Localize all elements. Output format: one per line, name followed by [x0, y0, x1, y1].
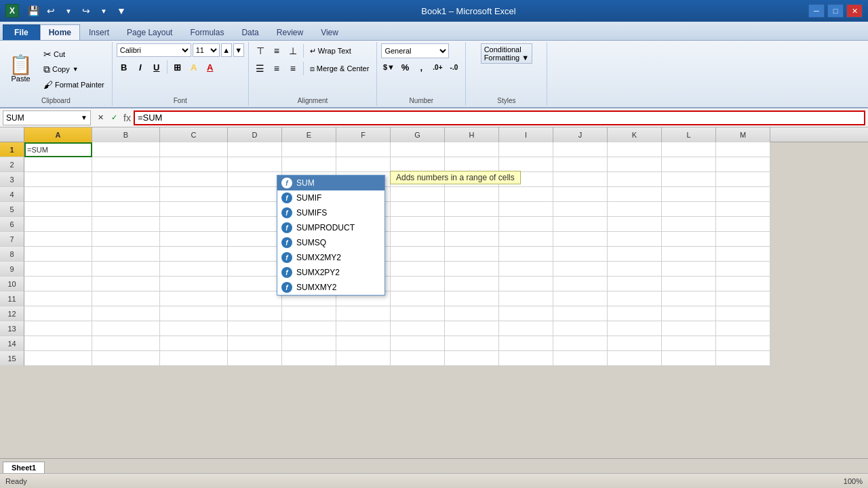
cell-J1[interactable]: [553, 142, 608, 157]
wrap-text-button[interactable]: ↵ Wrap Text: [307, 45, 355, 57]
tab-formulas[interactable]: Formulas: [181, 24, 233, 40]
col-header-G[interactable]: G: [391, 127, 445, 142]
tab-review[interactable]: Review: [268, 24, 312, 40]
maximize-button[interactable]: □: [827, 4, 844, 18]
tab-file[interactable]: File: [3, 24, 40, 40]
col-header-K[interactable]: K: [608, 127, 662, 142]
undo-arrow[interactable]: ▼: [61, 3, 76, 18]
autocomplete-item-SUMIF[interactable]: f SUMIF: [277, 190, 384, 205]
decrease-decimal-button[interactable]: -.0: [446, 60, 461, 75]
italic-button[interactable]: I: [133, 60, 148, 75]
name-box[interactable]: SUM ▼: [3, 110, 91, 125]
cell-B1[interactable]: [92, 142, 160, 157]
col-header-D[interactable]: D: [228, 127, 282, 142]
cell-D1[interactable]: [228, 142, 282, 157]
cell-G1[interactable]: [391, 142, 445, 157]
function-wizard-button[interactable]: fx: [123, 113, 131, 123]
col-header-C[interactable]: C: [160, 127, 228, 142]
row-num-11[interactable]: 11: [0, 291, 24, 306]
col-header-F[interactable]: F: [336, 127, 391, 142]
row-num-12[interactable]: 12: [0, 306, 24, 321]
row-num-15[interactable]: 15: [0, 351, 24, 366]
conditional-formatting-button[interactable]: ConditionalFormatting ▼: [481, 43, 533, 64]
font-color-button[interactable]: A: [203, 60, 218, 75]
autocomplete-item-SUMX2MY2[interactable]: f SUMX2MY2: [277, 250, 384, 265]
col-header-I[interactable]: I: [499, 127, 553, 142]
row-num-5[interactable]: 5: [0, 202, 24, 217]
cell-F1[interactable]: [336, 142, 391, 157]
formula-input-bar[interactable]: [134, 110, 865, 125]
formula-cancel-button[interactable]: ✕: [94, 111, 107, 125]
autocomplete-item-SUM[interactable]: f SUM: [277, 176, 384, 190]
col-header-L[interactable]: L: [662, 127, 716, 142]
col-header-H[interactable]: H: [445, 127, 499, 142]
cell-C1[interactable]: [160, 142, 228, 157]
col-header-A[interactable]: A: [24, 127, 92, 142]
cell-M1[interactable]: [716, 142, 770, 157]
name-box-dropdown-arrow[interactable]: ▼: [81, 114, 87, 121]
col-header-M[interactable]: M: [716, 127, 770, 142]
formula-confirm-button[interactable]: ✓: [107, 111, 121, 125]
tab-page-layout[interactable]: Page Layout: [118, 24, 181, 40]
decrease-font-size-button[interactable]: ▼: [233, 43, 244, 57]
row-num-13[interactable]: 13: [0, 321, 24, 336]
paste-button[interactable]: 📋 Paste: [4, 54, 37, 85]
cell-I1[interactable]: [499, 142, 553, 157]
font-name-select[interactable]: Calibri: [117, 43, 191, 57]
autocomplete-item-SUMPRODUCT[interactable]: f SUMPRODUCT: [277, 220, 384, 235]
row-num-9[interactable]: 9: [0, 262, 24, 277]
cell-H1[interactable]: [445, 142, 499, 157]
row-num-8[interactable]: 8: [0, 247, 24, 262]
undo-button[interactable]: ↩: [43, 3, 58, 18]
formula-input[interactable]: [138, 113, 861, 123]
row-num-14[interactable]: 14: [0, 336, 24, 351]
col-header-E[interactable]: E: [282, 127, 336, 142]
comma-button[interactable]: ,: [414, 60, 429, 75]
row-num-7[interactable]: 7: [0, 232, 24, 247]
number-format-select[interactable]: General: [381, 43, 449, 58]
col-header-J[interactable]: J: [553, 127, 608, 142]
underline-button[interactable]: U: [149, 60, 164, 75]
copy-button[interactable]: ⧉ Copy ▼: [40, 62, 108, 77]
cell-K1[interactable]: [608, 142, 662, 157]
bold-button[interactable]: B: [117, 60, 132, 75]
col-header-B[interactable]: B: [92, 127, 160, 142]
currency-button[interactable]: $▼: [381, 60, 396, 75]
close-button[interactable]: ✕: [846, 4, 863, 18]
tab-insert[interactable]: Insert: [80, 24, 118, 40]
fill-color-button[interactable]: A: [186, 60, 201, 75]
merge-center-button[interactable]: ⧈ Merge & Center: [307, 63, 373, 75]
autocomplete-item-SUMXMY2[interactable]: f SUMXMY2: [277, 280, 384, 295]
autocomplete-item-SUMSQ[interactable]: f SUMSQ: [277, 235, 384, 250]
align-right-button[interactable]: ≡: [285, 61, 300, 76]
increase-font-size-button[interactable]: ▲: [221, 43, 232, 57]
autocomplete-item-SUMX2PY2[interactable]: f SUMX2PY2: [277, 265, 384, 280]
more-qa-button[interactable]: ▼: [114, 3, 129, 18]
sheet-tab-sheet1[interactable]: Sheet1: [3, 462, 45, 473]
cell-L1[interactable]: [662, 142, 716, 157]
row-num-2[interactable]: 2: [0, 157, 24, 172]
row-num-1[interactable]: 1: [0, 142, 24, 157]
tab-view[interactable]: View: [312, 24, 347, 40]
redo-arrow[interactable]: ▼: [96, 3, 111, 18]
percent-button[interactable]: %: [397, 60, 412, 75]
align-left-button[interactable]: ☰: [253, 61, 268, 76]
align-center-button[interactable]: ≡: [269, 61, 284, 76]
row-num-4[interactable]: 4: [0, 187, 24, 202]
format-painter-button[interactable]: 🖌 Format Painter: [40, 78, 108, 92]
save-button[interactable]: 💾: [26, 3, 41, 18]
cut-button[interactable]: ✂ Cut: [40, 47, 108, 61]
row-num-10[interactable]: 10: [0, 277, 24, 291]
copy-dropdown-arrow[interactable]: ▼: [73, 66, 79, 73]
align-top-button[interactable]: ⊤: [253, 43, 268, 58]
align-middle-button[interactable]: ≡: [269, 43, 284, 58]
tab-data[interactable]: Data: [233, 24, 267, 40]
tab-home[interactable]: Home: [40, 24, 80, 40]
increase-decimal-button[interactable]: .0+: [430, 60, 445, 75]
font-size-select[interactable]: 11: [193, 43, 220, 57]
autocomplete-item-SUMIFS[interactable]: f SUMIFS: [277, 205, 384, 220]
row-num-6[interactable]: 6: [0, 217, 24, 232]
border-button[interactable]: ⊞: [170, 60, 185, 75]
row-num-3[interactable]: 3: [0, 172, 24, 187]
cell-E1[interactable]: [282, 142, 336, 157]
